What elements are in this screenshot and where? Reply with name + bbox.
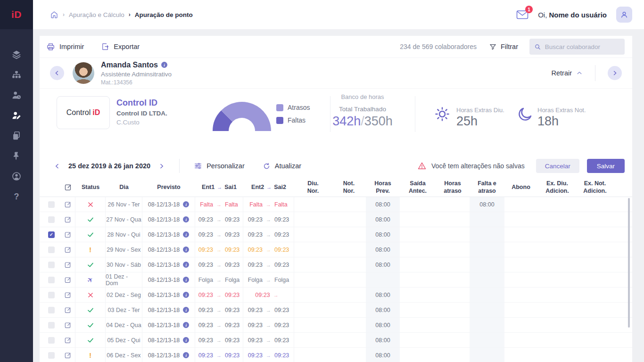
next-period-button[interactable]: [158, 163, 165, 170]
info-icon[interactable]: i: [183, 231, 189, 238]
cell-ent1-sai1: 09:23→09:23: [195, 212, 243, 227]
sliders-icon: [194, 162, 202, 170]
clipboard-icon[interactable]: [11, 130, 22, 141]
cell-ex_not: [577, 303, 613, 317]
info-icon[interactable]: i: [183, 292, 189, 298]
cell-ent2-sai2: Folga→Folga: [243, 272, 294, 287]
cell-horas_atraso: [436, 303, 470, 317]
save-button[interactable]: Salvar: [587, 159, 625, 173]
cell-ent1-sai1: 09:23→09:23: [195, 348, 243, 362]
edit-row-button[interactable]: [64, 261, 72, 269]
col-ent1-sai1: Ent1→Sai1: [195, 178, 243, 197]
user-clock-icon[interactable]: [11, 90, 22, 101]
arrow-icon: →: [266, 217, 271, 222]
info-icon[interactable]: i: [183, 277, 189, 283]
personalize-button[interactable]: Personalizar: [194, 162, 245, 170]
info-icon[interactable]: i: [183, 352, 189, 358]
info-icon[interactable]: i: [183, 307, 189, 313]
edit-row-button[interactable]: [64, 291, 72, 299]
user-circle-icon[interactable]: [11, 171, 22, 182]
row-checkbox[interactable]: [48, 277, 55, 283]
cell-not_nor: [332, 333, 366, 347]
export-button[interactable]: Exportar: [101, 42, 140, 51]
next-employee-button[interactable]: [608, 66, 622, 80]
edit-row-button[interactable]: [64, 201, 72, 208]
cell-falta_atraso: [470, 333, 504, 347]
row-checkbox[interactable]: [48, 247, 55, 253]
cell-ex_not: [577, 272, 613, 287]
info-icon[interactable]: i: [183, 201, 189, 207]
header-edit-column: [60, 178, 75, 197]
refresh-button[interactable]: Atualizar: [263, 162, 301, 170]
cell-diu_nor: [294, 348, 332, 362]
previous-employee-button[interactable]: [50, 66, 64, 80]
cell-falta_atraso: [470, 257, 504, 272]
search-input[interactable]: [545, 43, 620, 50]
row-checkbox[interactable]: [48, 201, 55, 208]
row-checkbox[interactable]: [48, 322, 55, 329]
table-row: 30 Nov - Sáb 08-12/13-18 i 09:23→09:23 0…: [40, 257, 632, 272]
row-checkbox[interactable]: [48, 216, 55, 223]
edit-row-button[interactable]: [64, 306, 72, 314]
cell-previsto: 08-12/13-18: [148, 216, 180, 223]
summary-section: Control iD Control ID Control ID LTDA. C…: [40, 89, 632, 156]
user-greeting: Oi, Nome do usuário: [538, 11, 607, 19]
breadcrumb-parent[interactable]: Apuração e Cálculo: [69, 11, 124, 18]
edit-row-button[interactable]: [64, 216, 72, 223]
table-scrollbar[interactable]: [628, 198, 630, 328]
row-checkbox[interactable]: ✓: [48, 231, 55, 238]
row-checkbox[interactable]: [48, 292, 55, 298]
cell-ent2-sai2: 09:23→09:23: [243, 318, 294, 332]
info-icon[interactable]: i: [183, 262, 189, 268]
org-chart-icon[interactable]: [11, 69, 22, 81]
cell-ent2-sai2: 09:23→09:23: [243, 333, 294, 347]
row-checkbox[interactable]: [48, 307, 55, 313]
cell-diu_nor: [294, 303, 332, 317]
col-dia: Dia: [106, 178, 142, 197]
help-icon[interactable]: ?: [11, 191, 22, 202]
layers-icon[interactable]: [11, 49, 22, 60]
info-icon[interactable]: i: [183, 247, 189, 253]
edit-row-button[interactable]: [64, 321, 72, 329]
cell-horas_atraso: [436, 242, 470, 257]
cell-falta_atraso: [470, 318, 504, 332]
edit-row-button[interactable]: [64, 337, 72, 344]
info-icon[interactable]: i: [183, 322, 189, 328]
info-icon[interactable]: i: [183, 337, 189, 343]
table-header: Status Dia Previsto Ent1→Sai1 Ent2→Sai2 …: [40, 178, 632, 197]
edit-row-button[interactable]: [64, 246, 72, 254]
cancel-button[interactable]: Cancelar: [536, 159, 579, 173]
pin-icon[interactable]: [11, 150, 22, 162]
cell-diu_nor: [294, 227, 332, 242]
filter-button[interactable]: Filtrar: [489, 43, 518, 51]
collapse-button[interactable]: Retrair: [551, 69, 583, 77]
row-checkbox[interactable]: [48, 262, 55, 268]
previous-period-button[interactable]: [54, 163, 61, 170]
toolbar: Imprimir Exportar 234 de 569 colaborador…: [40, 36, 632, 58]
edit-row-button[interactable]: [64, 352, 72, 359]
printer-icon: [46, 42, 55, 51]
cell-ex_diu: [537, 212, 577, 227]
print-button[interactable]: Imprimir: [46, 42, 84, 51]
status-ok-icon: [87, 261, 94, 269]
row-checkbox[interactable]: [48, 352, 55, 359]
notification-badge: 1: [525, 6, 533, 13]
cell-ent1-sai1: 09:23→09:23: [195, 303, 243, 317]
info-icon[interactable]: i: [183, 216, 189, 222]
user-avatar-button[interactable]: [616, 7, 632, 23]
cell-previsto: 08-12/13-18: [148, 337, 180, 344]
cell-ent1-sai1: 09:23→09:23: [195, 288, 243, 302]
cell-diu_nor: [294, 242, 332, 257]
cell-diu_nor: [294, 333, 332, 347]
edit-row-button[interactable]: [64, 231, 72, 239]
employee-info-icon[interactable]: i: [161, 62, 167, 68]
row-checkbox[interactable]: [48, 337, 55, 344]
cell-horas_prev: 08:00: [366, 318, 400, 332]
home-icon[interactable]: [50, 10, 58, 19]
user-edit-icon[interactable]: [11, 110, 22, 121]
cell-dia: 26 Nov - Ter: [106, 197, 142, 212]
notifications-button[interactable]: 1: [516, 9, 528, 20]
app-logo[interactable]: iD: [0, 0, 33, 29]
edit-row-button[interactable]: [64, 276, 72, 284]
cell-dia: 29 Nov - Sex: [106, 242, 142, 257]
